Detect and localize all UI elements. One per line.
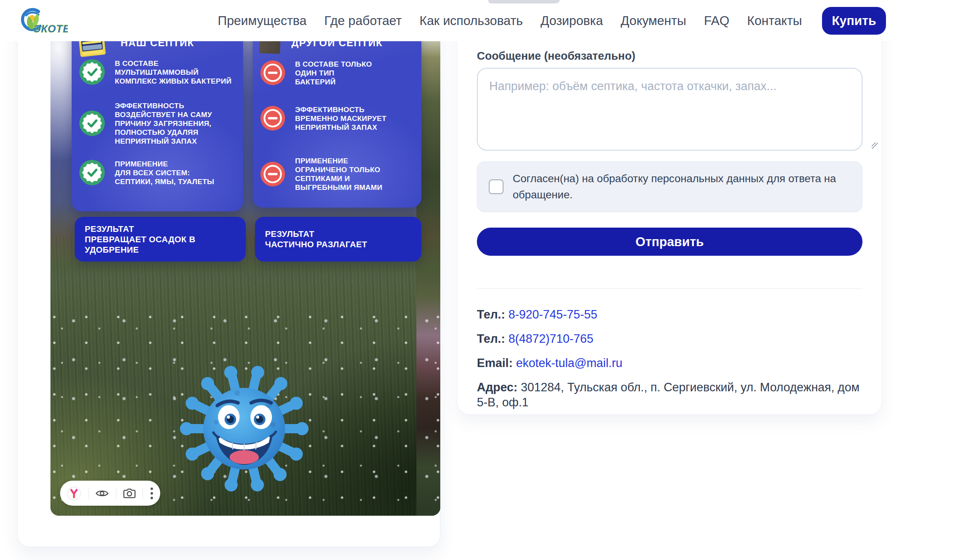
nav-documents[interactable]: Документы <box>621 13 686 28</box>
consent-text: Согласен(на) на обработку персональных д… <box>513 171 851 203</box>
consent-checkbox[interactable] <box>489 179 503 194</box>
textarea-resize-handle[interactable] <box>872 143 878 149</box>
comparison-image-card: СЕПТИК+ НАШ СЕПТИК В СОСТАВЕ МУЛЬТИШТАММ… <box>17 0 440 547</box>
other-item-3: ПРИМЕНЕНИЕ ОГРАНИЧЕНО ТОЛЬКО СЕПТИКАМИ И… <box>260 156 416 192</box>
ekotek-logo-icon: ЭКОТЕК <box>18 5 68 36</box>
nav-advantages[interactable]: Преимущества <box>218 13 307 28</box>
other-item-1-text: В СОСТАВЕ ТОЛЬКО ОДИН ТИП БАКТЕРИЙ <box>295 60 372 86</box>
nav-contacts[interactable]: Контакты <box>747 13 802 28</box>
contact-form-card: Сообщение (необязательно) Согласен(на) н… <box>457 0 882 415</box>
nav-where-works[interactable]: Где работает <box>324 13 402 28</box>
address-value: 301284, Тульская обл., п. Сергиевский, у… <box>477 381 859 409</box>
site-header: ЭКОТЕК Преимущества Где работает Как исп… <box>0 0 958 41</box>
our-item-3: ПРИМЕНЕНИЕ ДЛЯ ВСЕХ СИСТЕМ: СЕПТИКИ, ЯМЫ… <box>79 159 238 186</box>
check-badge-icon <box>79 160 105 185</box>
consent-panel: Согласен(на) на обработку персональных д… <box>477 161 862 212</box>
address-row: Адрес: 301284, Тульская обл., п. Сергиев… <box>477 380 862 410</box>
svg-text:ЭКОТЕК: ЭКОТЕК <box>33 23 68 35</box>
camera-search-icon[interactable] <box>123 488 136 499</box>
our-item-3-text: ПРИМЕНЕНИЕ ДЛЯ ВСЕХ СИСТЕМ: СЕПТИКИ, ЯМЫ… <box>115 159 214 186</box>
toolbar-divider <box>143 488 143 499</box>
check-badge-icon <box>79 111 105 136</box>
submit-button[interactable]: Отправить <box>477 228 862 256</box>
address-label: Адрес: <box>477 381 517 394</box>
email-link[interactable]: ekotek-tula@mail.ru <box>516 356 622 370</box>
phone-label: Тел.: <box>477 332 505 345</box>
other-septic-card: ДРУГОЙ СЕПТИК В СОСТАВЕ ТОЛЬКО ОДИН ТИП … <box>253 29 421 208</box>
kebab-menu-icon[interactable] <box>150 487 153 500</box>
phone-link-2[interactable]: 8(4872)710-765 <box>508 332 594 345</box>
minus-circle-icon <box>260 106 285 131</box>
other-item-2: ЭФФЕКТИВНОСТЬ ВРЕМЕННО МАСКИРУЕТ НЕПРИЯТ… <box>260 105 416 132</box>
nav-how-to-use[interactable]: Как использовать <box>419 13 523 28</box>
other-result-banner: РЕЗУЛЬТАТ ЧАСТИЧНО РАЗЛАГАЕТ <box>255 217 421 262</box>
divider <box>477 288 862 289</box>
toolbar-divider <box>116 488 116 499</box>
email-row: Email: ekotek-tula@mail.ru <box>477 355 862 371</box>
bacteria-mascot <box>180 355 310 505</box>
logo[interactable]: ЭКОТЕК <box>18 5 68 36</box>
nav-faq[interactable]: FAQ <box>704 13 729 28</box>
phone-row-1: Тел.: 8-920-745-75-55 <box>477 307 862 322</box>
email-label: Email: <box>477 356 513 370</box>
other-item-1: В СОСТАВЕ ТОЛЬКО ОДИН ТИП БАКТЕРИЙ <box>260 59 416 86</box>
our-septic-card: НАШ СЕПТИК В СОСТАВЕ МУЛЬТИШТАММОВЫЙ КОМ… <box>72 29 243 211</box>
comparison-photo: СЕПТИК+ НАШ СЕПТИК В СОСТАВЕ МУЛЬТИШТАММ… <box>50 28 440 516</box>
page: СЕПТИК+ НАШ СЕПТИК В СОСТАВЕ МУЛЬТИШТАММ… <box>0 0 958 560</box>
contacts-block: Тел.: 8-920-745-75-55 Тел.: 8(4872)710-7… <box>477 307 862 410</box>
nav-dosage[interactable]: Дозировка <box>540 13 603 28</box>
phone-link-1[interactable]: 8-920-745-75-55 <box>508 308 597 321</box>
minus-circle-icon <box>260 162 285 186</box>
message-label: Сообщение (необязательно) <box>477 50 862 62</box>
our-result-banner: РЕЗУЛЬТАТ ПРЕВРАЩАЕТ ОСАДОК В УДОБРЕНИЕ <box>75 217 246 262</box>
phone-row-2: Тел.: 8(4872)710-765 <box>477 331 862 346</box>
other-item-3-text: ПРИМЕНЕНИЕ ОГРАНИЧЕНО ТОЛЬКО СЕПТИКАМИ И… <box>295 156 383 192</box>
check-badge-icon <box>79 59 105 85</box>
eye-icon[interactable] <box>96 489 109 498</box>
image-action-toolbar <box>60 481 160 506</box>
our-item-2-text: ЭФФЕКТИВНОСТЬ ВОЗДЕЙСТВУЕТ НА САМУ ПРИЧИ… <box>115 101 212 146</box>
our-item-1: В СОСТАВЕ МУЛЬТИШТАММОВЫЙ КОМПЛЕКС ЖИВЫХ… <box>79 59 238 86</box>
our-item-1-text: В СОСТАВЕ МУЛЬТИШТАММОВЫЙ КОМПЛЕКС ЖИВЫХ… <box>115 59 238 86</box>
other-item-2-text: ЭФФЕКТИВНОСТЬ ВРЕМЕННО МАСКИРУЕТ НЕПРИЯТ… <box>295 105 386 132</box>
yandex-browser-icon[interactable] <box>67 486 81 500</box>
main-nav: Преимущества Где работает Как использова… <box>218 7 886 35</box>
minus-circle-icon <box>260 60 285 85</box>
message-textarea[interactable] <box>477 68 862 151</box>
phone-label: Тел.: <box>477 308 505 321</box>
our-item-2: ЭФФЕКТИВНОСТЬ ВОЗДЕЙСТВУЕТ НА САМУ ПРИЧИ… <box>79 101 238 146</box>
cut-off-field-fragment <box>488 0 560 3</box>
buy-button[interactable]: Купить <box>822 7 886 35</box>
toolbar-divider <box>88 488 89 499</box>
